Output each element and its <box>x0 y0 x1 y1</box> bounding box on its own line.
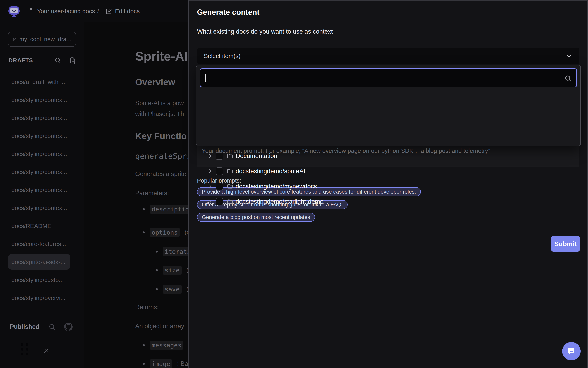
draft-item[interactable]: docs/styling/custo... <box>0 274 84 286</box>
checkbox[interactable] <box>216 167 223 175</box>
doc-code: image <box>150 359 172 368</box>
doc-bullet-item: size (str <box>156 266 188 275</box>
tree-item-spriteai[interactable]: docstestingdemo/spriteAI <box>196 165 580 177</box>
chevron-right-icon[interactable] <box>207 168 213 174</box>
doc-code: description <box>150 205 188 214</box>
drag-handle-dots-icon[interactable] <box>21 343 31 358</box>
doc-title: Sprite-AI <box>135 49 188 63</box>
checkbox[interactable] <box>216 183 223 190</box>
draft-item[interactable]: docs/styling/contex... <box>0 94 84 106</box>
draft-item-label: docs/styling/contex... <box>11 151 67 157</box>
modal-title: Generate content <box>197 8 260 17</box>
doc-text: with <box>135 110 148 117</box>
chevron-right-icon[interactable] <box>207 153 213 159</box>
submit-button[interactable]: Submit <box>551 236 580 252</box>
document-content: Sprite-AI Overview Sprite-AI is a pow wi… <box>84 22 188 368</box>
tree-item-label: Documentation <box>236 152 277 160</box>
phaser-js-link[interactable]: Phaser.js <box>148 110 174 117</box>
github-icon[interactable] <box>64 322 73 331</box>
drafts-search-icon[interactable] <box>54 57 61 64</box>
kebab-menu-icon[interactable] <box>71 205 75 211</box>
draft-item[interactable]: docs/styling/contex... <box>0 112 84 124</box>
kebab-menu-icon[interactable] <box>71 97 75 103</box>
draft-item-label: docs/a_draft_with_... <box>11 79 67 85</box>
doc-code: size <box>163 266 182 275</box>
kebab-menu-icon[interactable] <box>71 277 75 283</box>
generate-content-modal: Generate content What existing docs do y… <box>188 0 588 368</box>
published-label: Published <box>10 323 39 331</box>
folder-icon <box>227 183 233 190</box>
git-branch-icon <box>13 36 16 42</box>
bullet-icon <box>156 288 158 290</box>
kebab-menu-icon[interactable] <box>71 223 75 229</box>
draft-item-label: docs/sprite-ai-sdk-... <box>11 259 65 265</box>
draft-item[interactable]: docs/a_draft_with_... <box>0 76 84 88</box>
dropdown-search-input[interactable] <box>200 68 577 87</box>
draft-item[interactable]: docs/styling/contex... <box>0 148 84 160</box>
draft-item-label: docs/styling/contex... <box>11 205 67 212</box>
folder-icon <box>227 153 233 159</box>
bullet-icon <box>143 363 145 365</box>
draft-item[interactable]: docs/styling/contex... <box>0 202 84 214</box>
kebab-menu-icon[interactable] <box>71 151 75 157</box>
doc-bullet-item: description <box>143 205 188 214</box>
context-docs-select[interactable]: Select item(s) <box>197 48 579 64</box>
draft-item[interactable]: docs/styling/contex... <box>0 166 84 178</box>
draft-item-label: docs/styling/contex... <box>11 169 67 175</box>
doc-code: save <box>163 285 182 294</box>
draft-item[interactable]: docs/core-features... <box>0 238 84 250</box>
tree-item-label: docstestingdemo/starlight-demo <box>236 198 323 205</box>
kebab-menu-icon[interactable] <box>71 79 75 85</box>
chevron-right-icon[interactable] <box>207 184 213 189</box>
breadcrumb-docs-label: Your user-facing docs <box>37 8 95 15</box>
clipboard-icon <box>28 8 34 15</box>
branch-selector-button[interactable]: my_cool_new_dra... <box>8 32 76 47</box>
new-draft-icon[interactable] <box>69 57 76 64</box>
folder-icon <box>227 168 233 175</box>
drafts-label: DRAFTS <box>9 57 33 64</box>
breadcrumb-your-user-facing-docs[interactable]: Your user-facing docs <box>28 0 95 22</box>
doc-bullet-item: options (obj <box>143 228 188 237</box>
chevron-right-icon[interactable] <box>207 199 213 204</box>
draft-item-label: docs/styling/contex... <box>11 133 67 139</box>
doc-bullet-item: image: Base6 <box>143 359 188 368</box>
draft-item-label: docs/core-features... <box>11 241 66 247</box>
bullet-icon <box>156 251 158 253</box>
kebab-menu-icon[interactable] <box>71 259 75 265</box>
kebab-menu-icon[interactable] <box>71 241 75 247</box>
draft-item-label: docs/styling/overvi... <box>11 294 65 301</box>
app-logo-robot-icon[interactable] <box>9 5 20 17</box>
tree-item-starlight-demo[interactable]: docstestingdemo/starlight-demo <box>196 196 580 208</box>
branch-name-label: my_cool_new_dra... <box>19 36 71 43</box>
chat-widget-button[interactable] <box>562 342 581 360</box>
drafts-section-header: DRAFTS <box>9 56 76 65</box>
draft-item[interactable]: docs/styling/overvi... <box>0 292 84 304</box>
draft-item[interactable]: docs/README <box>0 220 84 232</box>
tree-item-documentation[interactable]: Documentation <box>196 150 580 162</box>
kebab-menu-icon[interactable] <box>71 133 75 139</box>
checkbox[interactable] <box>216 152 223 160</box>
draft-item-selected[interactable]: docs/sprite-ai-sdk-... <box>0 256 84 268</box>
doc-paragraph-line: Sprite-AI is a pow <box>135 100 184 107</box>
scrollbar[interactable] <box>587 1 588 368</box>
doc-returns-label: Returns: <box>135 304 159 311</box>
published-search-icon[interactable] <box>48 323 56 331</box>
bullet-icon <box>156 269 158 271</box>
kebab-menu-icon[interactable] <box>71 169 75 175</box>
kebab-menu-icon[interactable] <box>71 295 75 301</box>
folder-icon <box>227 198 233 205</box>
draft-item[interactable]: docs/styling/contex... <box>0 130 84 142</box>
doc-parameters-label: Parameters: <box>135 190 169 197</box>
kebab-menu-icon[interactable] <box>71 115 75 121</box>
app-screen: Your user-facing docs / Edit docs my_coo… <box>0 0 588 368</box>
close-icon[interactable] <box>43 348 49 354</box>
draft-item-label: docs/README <box>11 223 51 230</box>
kebab-menu-icon[interactable] <box>71 187 75 193</box>
tree-item-mynewdocs[interactable]: docstestingdemo/mynewdocs <box>196 180 580 193</box>
breadcrumb-edit-docs[interactable]: Edit docs <box>105 0 140 22</box>
prompt-chip-blog-post[interactable]: Generate a blog post on most recent upda… <box>197 213 315 222</box>
checkbox[interactable] <box>216 198 223 205</box>
draft-item[interactable]: docs/styling/contex... <box>0 184 84 196</box>
doc-code: options <box>150 228 180 237</box>
doc-function-description: Generates a sprite <box>135 170 186 178</box>
